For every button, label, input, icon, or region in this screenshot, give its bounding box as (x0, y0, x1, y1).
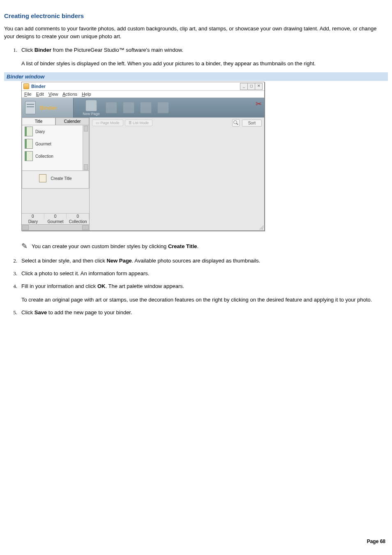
step-1-text-b: from the PictureGear Studio™ software's … (51, 47, 183, 53)
resize-grip[interactable] (259, 226, 263, 230)
menu-bar: File Edit View Actions Help (22, 91, 264, 98)
toolbar-icon-2 (106, 102, 117, 113)
style-item-gourmet[interactable]: Gourmet (22, 138, 89, 150)
list-mode-button[interactable]: ≣ List Mode (125, 120, 153, 126)
tab-calendar[interactable]: Calender (55, 117, 89, 125)
menu-actions[interactable]: Actions (62, 92, 77, 97)
step-4-sub: To create an original page with art or s… (21, 296, 388, 304)
page-mode-label: Page Mode (101, 121, 120, 125)
step-4-text-b: . The art palette window appears. (105, 283, 184, 289)
toolbar-icon-4 (140, 102, 152, 113)
style-thumb-icon (25, 127, 33, 136)
toolbar-section-label: Binder (22, 98, 74, 117)
styles-scrollbar[interactable] (83, 125, 89, 170)
create-title-label: Create Title (51, 176, 71, 181)
count-collection: 0 (67, 214, 89, 219)
menu-file[interactable]: File (24, 92, 32, 97)
step-2: 2. Select a binder style, and then click… (4, 257, 388, 265)
step-1: 1. Click Binder from the PictureGear Stu… (4, 46, 388, 68)
minimize-button[interactable]: _ (240, 83, 248, 90)
binder-app-icon (23, 83, 29, 89)
toolbar-label: Binder (40, 105, 57, 111)
toolbar-button-3[interactable] (123, 102, 134, 114)
page-heading: Creating electronic binders (4, 12, 388, 19)
styles-list: Diary Gourmet Collection (22, 125, 89, 171)
tab-title[interactable]: Title (22, 117, 55, 125)
page-footer: Page 68 (4, 539, 388, 544)
sort-button[interactable]: Sort (242, 120, 262, 127)
step-5-bold: Save (35, 309, 47, 315)
step-3-text: Click a photo to select it. An informati… (21, 270, 388, 278)
note-bold: Create Title (168, 243, 197, 249)
step-4-bold: OK (97, 283, 106, 289)
style-thumb-icon (25, 139, 33, 149)
intro-paragraph: You can add comments to your favorite ph… (4, 25, 388, 41)
new-page-icon (85, 100, 97, 111)
list-mode-label: List Mode (133, 121, 149, 125)
note-text-a: You can create your own custom binder st… (32, 243, 168, 249)
step-1-sub: A list of binder styles is displayed on … (21, 60, 388, 68)
toolbar: Binder New Page ✂ (22, 98, 264, 117)
toolbar-button-2[interactable] (106, 102, 117, 114)
maximize-button[interactable]: ◻ (247, 83, 255, 90)
style-label-collection: Collection (35, 154, 53, 159)
window-title: Binder (31, 84, 240, 89)
content-pane: ▭ Page Mode ≣ List Mode Sort (90, 117, 264, 230)
name-collection: Collection (67, 219, 89, 224)
note-text-b: . (197, 243, 198, 249)
step-5-text-a: Click (21, 309, 35, 315)
toolbar-icon-3 (123, 102, 134, 113)
style-thumb-icon (25, 151, 33, 161)
scissors-icon[interactable]: ✂ (256, 99, 262, 108)
binder-window: Binder _ ◻ ✕ File Edit View Actions Help… (21, 82, 265, 231)
step-4-text-a: Fill in your information and click (21, 283, 97, 289)
new-page-button[interactable]: New Page (83, 100, 100, 116)
step-1-text-a: Click (21, 47, 35, 53)
workspace: Title Calender Diary Gourmet Collection (22, 117, 264, 230)
create-title-icon (39, 174, 46, 182)
step-5-text-b: to add the new page to your binder. (47, 309, 132, 315)
toolbar-icon-5 (157, 102, 169, 113)
menu-edit[interactable]: Edit (36, 92, 44, 97)
stats-scrollbar[interactable] (22, 224, 89, 230)
step-2-text-a: Select a binder style, and then click (21, 258, 106, 264)
pen-note-icon: ✎ (21, 242, 28, 251)
toolbar-button-4[interactable] (140, 102, 152, 114)
step-3: 3. Click a photo to select it. An inform… (4, 270, 388, 278)
styles-pane: Title Calender Diary Gourmet Collection (22, 117, 90, 230)
menu-view[interactable]: View (48, 92, 58, 97)
note-row: ✎ You can create your own custom binder … (21, 242, 388, 251)
name-gourmet: Gourmet (44, 219, 67, 224)
binder-icon (25, 101, 36, 114)
count-gourmet: 0 (44, 214, 67, 219)
step-5-number: 5. (4, 309, 21, 317)
step-3-number: 3. (4, 270, 21, 278)
style-label-gourmet: Gourmet (35, 142, 51, 146)
page-mode-button[interactable]: ▭ Page Mode (92, 120, 123, 126)
step-2-bold: New Page (106, 258, 131, 264)
style-item-diary[interactable]: Diary (22, 125, 89, 138)
zoom-icon[interactable] (232, 119, 240, 127)
step-2-text-b: . Available photo sources are displayed … (132, 258, 261, 264)
new-page-label: New Page (83, 112, 100, 116)
step-1-number: 1. (4, 46, 21, 68)
style-label-diary: Diary (35, 129, 45, 134)
screenshot-caption: Binder window (4, 72, 388, 81)
step-4-number: 4. (4, 283, 21, 304)
menu-help[interactable]: Help (82, 92, 91, 97)
close-button[interactable]: ✕ (255, 83, 263, 90)
window-titlebar: Binder _ ◻ ✕ (22, 82, 264, 91)
count-diary: 0 (22, 214, 44, 219)
create-title-button[interactable]: Create Title (22, 171, 89, 189)
step-4: 4. Fill in your information and click OK… (4, 283, 388, 304)
step-2-number: 2. (4, 257, 21, 265)
style-item-collection[interactable]: Collection (22, 150, 89, 162)
stats-area: 0 0 0 Diary Gourmet Collection (22, 213, 89, 230)
toolbar-button-5[interactable] (157, 102, 169, 114)
step-1-bold: Binder (35, 47, 51, 53)
step-5: 5. Click Save to add the new page to you… (4, 309, 388, 317)
name-diary: Diary (22, 219, 44, 224)
